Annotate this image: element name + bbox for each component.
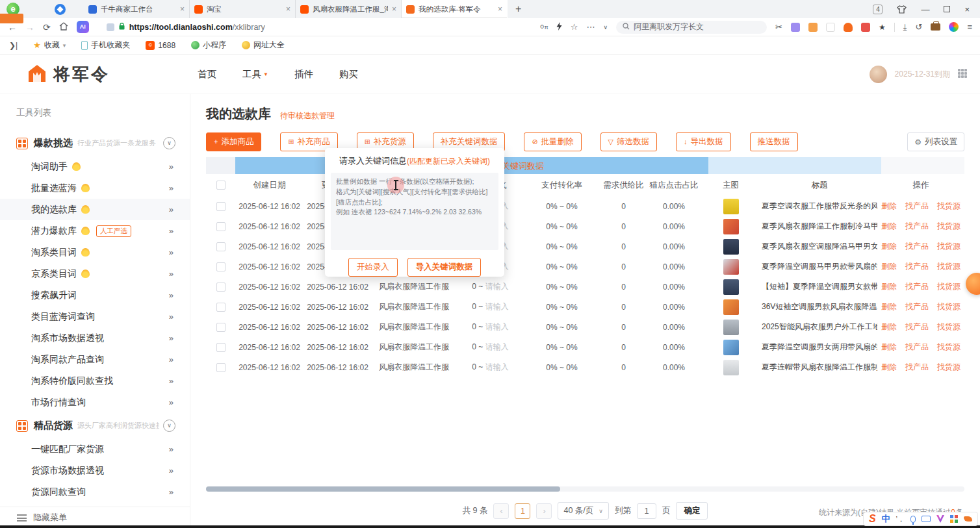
nav-item[interactable]: 购买▼	[336, 68, 361, 81]
nav-item[interactable]: 工具▼	[239, 68, 272, 81]
sidebar-item[interactable]: 批量选蓝海 »	[0, 177, 190, 199]
row-checkbox[interactable]	[216, 363, 226, 372]
prev-page-button[interactable]: ‹	[493, 503, 509, 519]
minimize-button[interactable]: —	[921, 5, 929, 14]
import-keyword-button[interactable]: 导入关键词数据	[407, 258, 482, 277]
next-page-button[interactable]: ›	[536, 503, 552, 519]
find-product-link[interactable]: 找产品	[905, 201, 929, 212]
extension-icon-red[interactable]	[861, 23, 870, 32]
back-icon[interactable]: ←	[8, 23, 17, 32]
row-checkbox[interactable]	[216, 262, 226, 271]
find-product-link[interactable]: 找产品	[905, 241, 929, 252]
sidebar-item[interactable]: 货源市场数据透视 »	[0, 460, 190, 481]
find-product-link[interactable]: 找产品	[905, 362, 929, 373]
bookmark-nav-site[interactable]: 网址大全	[242, 40, 285, 51]
refresh-icon[interactable]: ⟳	[43, 23, 51, 32]
sidebar-item[interactable]: 市场行情查询 »	[0, 392, 190, 413]
product-title[interactable]: 夏季降温空调服马甲男款带风扇的衣服...	[762, 261, 877, 272]
ime-language-toggle[interactable]: 中	[882, 513, 890, 525]
tab-count-badge[interactable]: 4	[873, 5, 883, 14]
find-supply-link[interactable]: 找货源	[937, 221, 961, 232]
sidebar-item[interactable]: 一键匹配厂家货源 »	[0, 438, 190, 460]
product-title[interactable]: 2025智能风扇衣服男户外工作工地制冷...	[762, 321, 877, 333]
toolbar-button[interactable]: ↓ 导出数据	[676, 132, 731, 151]
pending-review-link[interactable]: 待审核选款管理	[280, 110, 335, 121]
search-popularity-cell[interactable]: 0 ~ 请输入	[456, 362, 524, 373]
sidebar-section-hot[interactable]: 爆款挑选 行业产品货源一条龙服务 ∨	[0, 131, 190, 156]
find-product-link[interactable]: 找产品	[905, 261, 929, 272]
toolbar-button[interactable]: ▽ 筛选数据	[600, 132, 657, 151]
toolbar-button[interactable]: + 添加商品	[206, 132, 261, 151]
browser-assistant-icon[interactable]	[55, 4, 66, 15]
delete-link[interactable]: 删除	[881, 342, 897, 353]
search-popularity-cell[interactable]: 0 ~ 请输入	[456, 321, 524, 333]
delete-link[interactable]: 删除	[881, 221, 897, 232]
search-popularity-cell[interactable]: 0 ~ 请输入	[456, 342, 524, 353]
bookmark-mini-program[interactable]: 小程序	[191, 40, 226, 51]
tab-close-icon[interactable]: ×	[392, 5, 396, 14]
keyword-textarea[interactable]: 批量例如数据 一行一条数据(以空格隔开数据); 格式为[关键词][搜索人气][支…	[331, 173, 498, 250]
goto-page-input[interactable]	[637, 503, 656, 519]
sidebar-expand-icon[interactable]: ❯|	[9, 41, 18, 50]
delete-link[interactable]: 删除	[881, 241, 897, 252]
extension-icon-house[interactable]	[844, 23, 853, 32]
product-thumbnail[interactable]	[723, 199, 739, 214]
find-product-link[interactable]: 找产品	[905, 281, 929, 292]
product-title[interactable]: 夏季连帽带风扇衣服降温工作服制冷户...	[762, 362, 877, 373]
product-title[interactable]: 夏季空调衣服工作服带反光条的风扇衣...	[762, 201, 877, 212]
briefcase-icon[interactable]	[931, 23, 940, 31]
keyboard-icon[interactable]	[922, 516, 931, 522]
menu-icon[interactable]: ≡	[967, 22, 972, 32]
nav-item[interactable]: 插件▼	[291, 68, 316, 81]
delete-link[interactable]: 删除	[881, 261, 897, 272]
chevron-down-icon[interactable]: ∨	[603, 24, 608, 31]
extension-icon-light[interactable]	[826, 23, 835, 32]
row-checkbox[interactable]	[216, 343, 226, 352]
row-checkbox[interactable]	[216, 242, 226, 251]
find-supply-link[interactable]: 找货源	[937, 301, 961, 312]
sidebar-item[interactable]: 我的选款库 »	[0, 199, 190, 220]
row-checkbox[interactable]	[216, 202, 226, 211]
scrollbar-thumb[interactable]	[206, 486, 560, 492]
delete-link[interactable]: 删除	[881, 321, 897, 333]
undo-icon[interactable]: ↺	[916, 22, 923, 32]
page-size-select[interactable]: 40 条/页∨	[558, 502, 608, 520]
product-thumbnail[interactable]	[723, 320, 739, 335]
extension-icon-orange[interactable]	[808, 23, 818, 32]
find-supply-link[interactable]: 找货源	[937, 362, 961, 373]
browser-tab[interactable]: 千牛商家工作台 ×	[84, 0, 190, 18]
find-product-link[interactable]: 找产品	[905, 321, 929, 333]
scissors-icon[interactable]: ✂	[775, 22, 782, 32]
forward-icon[interactable]: →	[25, 23, 34, 32]
search-popularity-cell[interactable]: 0 ~ 请输入	[456, 281, 524, 292]
site-info-icon[interactable]	[107, 23, 114, 31]
row-checkbox[interactable]	[216, 222, 226, 231]
product-thumbnail[interactable]	[723, 360, 739, 375]
find-product-link[interactable]: 找产品	[905, 342, 929, 353]
sidebar-item[interactable]: 京系类目词 »	[0, 263, 190, 284]
find-supply-link[interactable]: 找货源	[937, 201, 961, 212]
horizontal-scrollbar[interactable]	[206, 486, 964, 492]
sidebar-section-supply[interactable]: 精品货源 源头厂家高利润货源快速挑选 ∨	[0, 413, 190, 438]
sidebar-item[interactable]: 淘系特价版同款查找 »	[0, 370, 190, 392]
product-thumbnail[interactable]	[723, 279, 739, 295]
product-thumbnail[interactable]	[723, 239, 739, 255]
row-checkbox[interactable]	[216, 303, 226, 312]
delete-link[interactable]: 删除	[881, 281, 897, 292]
apps-grid-icon[interactable]	[958, 69, 968, 79]
color-wheel-icon[interactable]	[949, 22, 959, 32]
delete-link[interactable]: 删除	[881, 301, 897, 312]
bookmark-star-icon[interactable]: ☆	[571, 22, 578, 32]
new-tab-button[interactable]: +	[508, 3, 529, 15]
bookmark-favorites[interactable]: ★收藏▾	[33, 40, 66, 51]
find-supply-link[interactable]: 找货源	[937, 321, 961, 333]
restore-button[interactable]	[944, 6, 950, 12]
site-logo[interactable]: 将军令	[27, 63, 110, 86]
more-actions-icon[interactable]: ⋯	[586, 22, 595, 32]
lightning-icon[interactable]	[556, 22, 562, 32]
ai-assistant-icon[interactable]: AI	[77, 21, 89, 33]
extensions-puzzle-icon[interactable]: ★	[879, 23, 886, 32]
bookmark-phone-folder[interactable]: 手机收藏夹	[81, 40, 130, 51]
product-title[interactable]: 36V短袖空调服男款风扇衣服降温工作...	[762, 301, 877, 312]
product-thumbnail[interactable]	[723, 340, 739, 355]
